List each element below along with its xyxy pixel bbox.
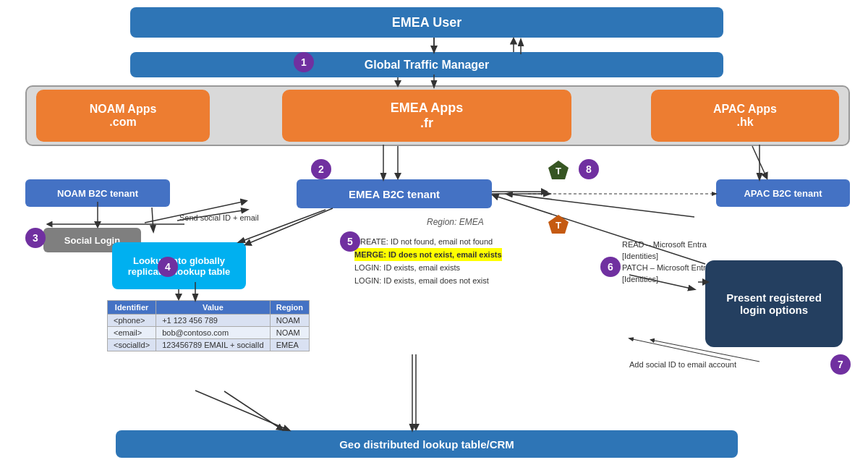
svg-line-34 [752, 146, 767, 178]
col-region: Region [270, 301, 309, 315]
gtm-box: Global Traffic Manager [130, 52, 723, 77]
svg-line-25 [246, 208, 333, 244]
login1-label: LOGIN: ID exists, email exists [354, 261, 502, 274]
noam-apps-box: NOAM Apps .com [36, 90, 210, 142]
table-row: <phone> +1 123 456 789 NOAM [108, 315, 310, 327]
badge-6: 6 [600, 257, 621, 277]
lookup-data-table: Identifier Value Region <phone> +1 123 4… [107, 300, 310, 351]
badge-1: 1 [294, 52, 314, 72]
col-identifier: Identifier [108, 301, 156, 315]
orange-pentagon-icon: T [547, 213, 570, 236]
present-login-box: Present registered login options [705, 260, 843, 347]
merge-label: MERGE: ID does not exist, email exists [354, 248, 502, 261]
emea-b2c-box: EMEA B2C tenant [297, 179, 492, 208]
create-label: CREATE: ID not found, email not found [354, 235, 502, 248]
lookup-table-box: Lookup into globally replicated lookup t… [112, 242, 246, 289]
noam-b2c-box: NOAM B2C tenant [25, 179, 170, 207]
login2-label: LOGIN: ID exists, email does not exist [354, 274, 502, 287]
table-row: <socialId> 123456789 EMAIL + socialId EM… [108, 339, 310, 351]
svg-line-8 [195, 391, 289, 430]
emea-user-box: EMEA User [130, 7, 723, 38]
apac-b2c-box: APAC B2C tenant [716, 179, 850, 207]
green-pentagon-icon: T [547, 159, 570, 182]
add-social-label: Add social ID to email account [629, 360, 736, 369]
apac-apps-box: APAC Apps .hk [651, 90, 839, 142]
badge-7: 7 [830, 354, 851, 375]
svg-line-12 [506, 194, 694, 217]
badge-5: 5 [340, 231, 360, 252]
badge-3: 3 [25, 228, 46, 248]
svg-line-27 [224, 391, 282, 430]
social-arrow-svg [43, 213, 188, 235]
region-emea-label: Region: EMEA [427, 217, 484, 227]
svg-text:T: T [556, 166, 561, 176]
svg-text:T: T [556, 220, 561, 231]
badge-4: 4 [158, 257, 178, 277]
emea-apps-box: EMEA Apps .fr [282, 90, 571, 142]
badge-2: 2 [311, 159, 331, 179]
diagram: EMEA User 1 Global Traffic Manager NOAM … [0, 0, 868, 465]
send-social-label: Send social ID + email [179, 213, 259, 222]
table-row: <email> bob@contoso.com NOAM [108, 327, 310, 339]
geo-crm-box: Geo distributed lookup table/CRM [116, 430, 738, 458]
badge-8: 8 [579, 159, 599, 179]
step5-labels: CREATE: ID not found, email not found ME… [354, 235, 502, 287]
col-value: Value [156, 301, 271, 315]
